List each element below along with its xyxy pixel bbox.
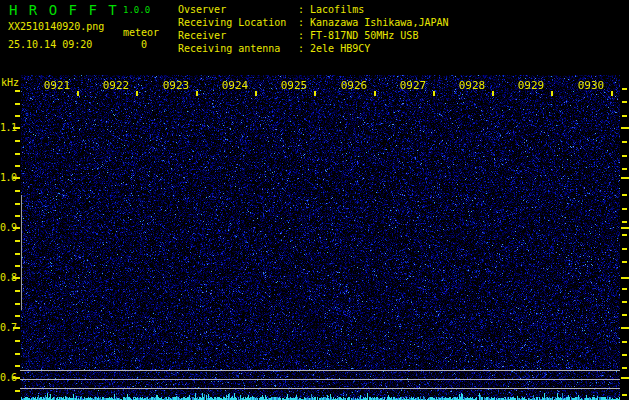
freq-minor-tick-right <box>622 155 627 157</box>
freq-major-tick-left <box>13 327 20 329</box>
freq-minor-tick-right <box>622 208 627 210</box>
freq-minor-tick-left <box>15 240 20 242</box>
station-info-value: : FT-817ND 50MHz USB <box>298 30 418 41</box>
station-info-label: Ovserver <box>178 3 298 16</box>
freq-minor-tick-left <box>15 365 20 367</box>
freq-minor-tick-right <box>622 141 627 143</box>
freq-minor-tick-left <box>15 153 20 155</box>
freq-minor-tick-right <box>622 367 627 369</box>
freq-minor-tick-left <box>15 140 20 142</box>
freq-minor-tick-left <box>15 203 20 205</box>
station-info-row: Ovserver: Lacofilms <box>178 3 449 16</box>
time-tick <box>77 91 79 96</box>
freq-major-tick-right <box>621 327 629 329</box>
time-tick-label: 0928 <box>457 79 487 92</box>
freq-minor-tick-left <box>15 390 20 392</box>
freq-minor-tick-right <box>622 354 627 356</box>
station-info-value: : 2ele HB9CY <box>298 43 370 54</box>
station-info-row: Receiver: FT-817ND 50MHz USB <box>178 29 449 42</box>
freq-minor-tick-right <box>622 314 627 316</box>
freq-minor-tick-right <box>622 248 627 250</box>
freq-major-tick-right <box>621 127 629 129</box>
freq-minor-tick-left <box>15 90 20 92</box>
app-version: 1.0.0 <box>123 5 150 15</box>
time-tick <box>492 91 494 96</box>
freq-minor-tick-left <box>15 115 20 117</box>
station-info-label: Receiving antenna <box>178 42 298 55</box>
freq-minor-tick-left <box>15 215 20 217</box>
freq-minor-tick-left <box>15 315 20 317</box>
time-tick <box>136 91 138 96</box>
freq-minor-tick-right <box>622 115 627 117</box>
freq-minor-tick-left <box>15 103 20 105</box>
time-tick <box>255 91 257 96</box>
freq-minor-tick-left <box>15 340 20 342</box>
hrofft-output-window: H R O F F T 1.0.0 XX2510140920.png meteo… <box>0 0 629 400</box>
freq-minor-tick-left <box>15 353 20 355</box>
freq-minor-tick-right <box>622 168 627 170</box>
freq-major-tick-left <box>13 127 20 129</box>
time-tick-label: 0922 <box>101 79 131 92</box>
freq-minor-tick-left <box>15 290 20 292</box>
time-tick-label: 0929 <box>516 79 546 92</box>
capture-filename: XX2510140920.png <box>8 21 104 32</box>
freq-minor-tick-left <box>15 190 20 192</box>
meteor-count: 0 <box>141 39 147 50</box>
freq-major-tick-left <box>13 227 20 229</box>
time-tick <box>433 91 435 96</box>
freq-minor-tick-right <box>622 221 627 223</box>
freq-major-tick-right <box>621 277 629 279</box>
time-tick <box>611 91 613 96</box>
time-tick-label: 0927 <box>398 79 428 92</box>
time-tick-label: 0921 <box>42 79 72 92</box>
freq-major-tick-right <box>621 227 629 229</box>
time-tick-label: 0930 <box>576 79 606 92</box>
app-title: H R O F F T <box>9 2 118 18</box>
station-info-value: : Kanazawa Ishikawa,JAPAN <box>298 17 449 28</box>
time-tick-label: 0925 <box>279 79 309 92</box>
khz-unit-label: kHz <box>1 77 19 88</box>
freq-minor-tick-right <box>622 101 627 103</box>
time-tick <box>551 91 553 96</box>
freq-minor-tick-right <box>622 88 627 90</box>
station-info-value: : Lacofilms <box>298 4 364 15</box>
freq-minor-tick-right <box>622 288 627 290</box>
time-tick-label: 0926 <box>339 79 369 92</box>
station-info-label: Receiving Location <box>178 16 298 29</box>
freq-major-tick-right <box>621 177 629 179</box>
mode-label: meteor <box>123 27 159 38</box>
freq-major-tick-right <box>621 377 629 379</box>
signal-level-strip <box>21 392 620 400</box>
time-tick <box>314 91 316 96</box>
station-info-row: Receiving Location: Kanazawa Ishikawa,JA… <box>178 16 449 29</box>
time-tick-label: 0923 <box>161 79 191 92</box>
freq-minor-tick-right <box>622 341 627 343</box>
freq-minor-tick-right <box>622 261 627 263</box>
station-info: Ovserver: LacofilmsReceiving Location: K… <box>178 3 449 55</box>
station-info-label: Receiver <box>178 29 298 42</box>
freq-minor-tick-right <box>622 194 627 196</box>
freq-minor-tick-right <box>622 301 627 303</box>
freq-minor-tick-left <box>15 165 20 167</box>
freq-minor-tick-left <box>15 303 20 305</box>
freq-major-tick-left <box>13 377 20 379</box>
time-tick-label: 0924 <box>220 79 250 92</box>
edge-marker-line <box>21 195 22 310</box>
freq-minor-tick-left <box>15 253 20 255</box>
station-info-row: Receiving antenna: 2ele HB9CY <box>178 42 449 55</box>
carrier-line <box>20 379 620 380</box>
carrier-line <box>20 370 620 371</box>
freq-minor-tick-right <box>622 234 627 236</box>
carrier-line <box>20 388 620 389</box>
capture-datetime: 25.10.14 09:20 <box>8 39 92 50</box>
freq-minor-tick-right <box>622 394 627 396</box>
freq-minor-tick-left <box>15 265 20 267</box>
freq-major-tick-left <box>13 277 20 279</box>
time-tick <box>196 91 198 96</box>
time-tick <box>374 91 376 96</box>
freq-major-tick-left <box>13 177 20 179</box>
spectrogram-noise-canvas <box>21 75 620 400</box>
